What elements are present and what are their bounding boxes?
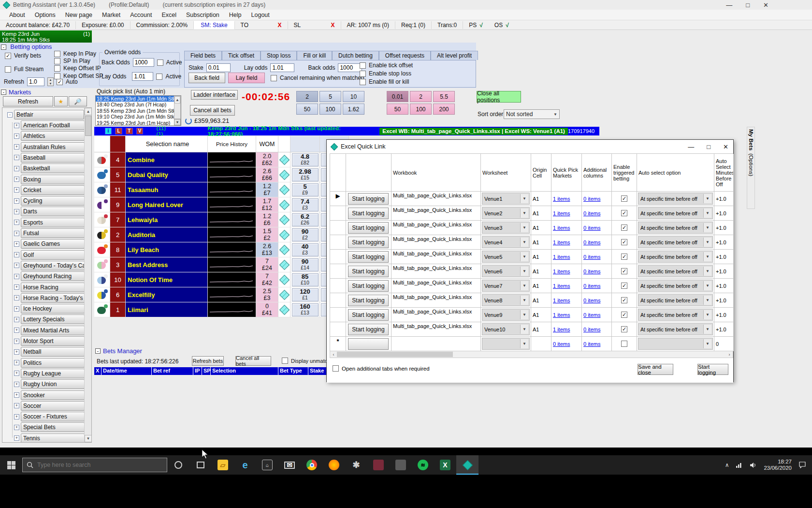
quick-pick-item[interactable]: 18:55 Kemp 23rd Jun (1m Mdn Stks): [96, 108, 181, 114]
enable-triggered-checkbox[interactable]: ✓: [621, 283, 627, 289]
enable-tick-offset-checkbox[interactable]: [360, 62, 366, 69]
tree-node-label[interactable]: Special Bets: [21, 422, 85, 432]
tree-node-label[interactable]: Mixed Martial Arts: [21, 326, 85, 335]
stake-mode[interactable]: SM: Stake: [194, 21, 234, 30]
tree-node-label[interactable]: Baseball: [21, 153, 85, 163]
start-logging-row-button[interactable]: Start logging: [348, 237, 389, 248]
chevron-down-icon[interactable]: ▼: [703, 310, 711, 319]
back-price-button[interactable]: 90£14: [292, 258, 319, 271]
edge-browser-icon[interactable]: e: [234, 455, 256, 475]
selected-market-box[interactable]: (1) Kemp 23rd Jun 18:25 1m Mdn Stks: [0, 30, 92, 43]
chevron-down-icon[interactable]: ▼: [520, 325, 528, 334]
tree-node-label[interactable]: Netball: [21, 347, 85, 357]
chevron-down-icon[interactable]: ▼: [703, 252, 711, 261]
chevron-down-icon[interactable]: ▼: [520, 310, 528, 319]
expand-icon[interactable]: +: [14, 166, 19, 171]
quick-pick-markets-link[interactable]: 1 items: [553, 210, 570, 216]
field-bets-tab[interactable]: Stop loss: [261, 51, 297, 60]
additional-columns-link[interactable]: 0 items: [583, 196, 600, 202]
chevron-down-icon[interactable]: ▼: [703, 325, 711, 334]
expand-icon[interactable]: +: [14, 403, 19, 408]
grid-horizontal-scrollbar[interactable]: ‹ ›: [330, 351, 733, 358]
start-logging-row-button[interactable]: [348, 338, 389, 350]
selection-name[interactable]: Excelfilly: [126, 287, 208, 302]
menu-item[interactable]: About: [5, 11, 29, 19]
quick-pick-markets-link[interactable]: 1 items: [553, 269, 570, 274]
lay-odds-active-checkbox[interactable]: [156, 74, 162, 80]
workbook-cell[interactable]: Multi_tab_page_Quick_Links.xlsx: [392, 264, 481, 279]
selection-name[interactable]: Liimari: [126, 302, 208, 317]
expand-icon[interactable]: +: [14, 241, 19, 247]
worksheet-dropdown[interactable]: ▼: [482, 338, 530, 350]
chevron-down-icon[interactable]: ▼: [703, 238, 711, 247]
expand-icon[interactable]: +: [14, 328, 19, 333]
expand-icon[interactable]: +: [14, 144, 19, 149]
scroll-left-arrow[interactable]: ‹: [330, 352, 337, 357]
expand-icon[interactable]: +: [14, 306, 19, 312]
speaker-icon[interactable]: [750, 462, 757, 468]
additional-columns-link[interactable]: 0 items: [583, 298, 600, 303]
lay-stake-button[interactable]: 50: [387, 104, 408, 115]
enable-triggered-checkbox[interactable]: ✓: [621, 195, 627, 202]
expand-icon[interactable]: +: [14, 317, 19, 322]
mail-icon[interactable]: ✉: [278, 455, 301, 475]
lay-stake-button[interactable]: 200: [433, 104, 455, 115]
worksheet-dropdown[interactable]: Venue1▼: [482, 193, 530, 205]
back-price-button[interactable]: 120£1: [292, 288, 319, 301]
origin-cell[interactable]: A1: [531, 308, 551, 322]
minimize-button[interactable]: —: [726, 1, 732, 9]
back-price-button[interactable]: 40£3: [292, 243, 319, 256]
full-stream-checkbox[interactable]: [5, 66, 11, 73]
cortana-icon[interactable]: [167, 455, 189, 475]
menu-item[interactable]: Market: [98, 11, 125, 19]
expand-icon[interactable]: +: [14, 274, 19, 279]
origin-cell[interactable]: A1: [531, 279, 551, 293]
expand-icon[interactable]: +: [14, 414, 19, 419]
minutes-before-off-cell[interactable]: +1.0: [714, 264, 734, 279]
menu-item[interactable]: Help: [225, 11, 246, 19]
chevron-down-icon[interactable]: ▼: [520, 339, 528, 348]
back-stake-button[interactable]: 2: [296, 91, 318, 102]
chevron-down-icon[interactable]: ▼: [703, 296, 711, 305]
file-explorer-icon[interactable]: ▱: [212, 455, 234, 475]
chevron-down-icon[interactable]: ▼: [703, 281, 711, 290]
back-price-button[interactable]: 5£9: [292, 183, 319, 196]
selection-name[interactable]: Dubai Quality: [126, 167, 208, 182]
tree-node-label[interactable]: Rugby Union: [21, 379, 85, 389]
spotify-icon[interactable]: ≋: [412, 455, 434, 475]
field-bets-tab[interactable]: Offset requests: [379, 51, 431, 60]
excel-icon[interactable]: X: [434, 455, 456, 475]
selection-name[interactable]: Best Address: [126, 257, 208, 272]
keep-offset-sp-checkbox[interactable]: [54, 73, 60, 79]
bm-cancel-all-bets-button[interactable]: Cancel all bets: [235, 356, 271, 366]
expand-icon[interactable]: +: [14, 263, 19, 268]
worksheet-dropdown[interactable]: Venue6▼: [482, 265, 530, 277]
quick-pick-markets-link[interactable]: 1 items: [553, 283, 570, 289]
chevron-down-icon[interactable]: ▼: [703, 339, 711, 348]
override-lay-odds-input[interactable]: [132, 72, 153, 81]
qp-scroll-up[interactable]: ▲: [174, 96, 180, 104]
chevron-down-icon[interactable]: ▼: [703, 209, 711, 218]
lay-stake-button[interactable]: 100: [410, 104, 432, 115]
minutes-before-off-cell[interactable]: +1.0: [714, 192, 734, 206]
additional-columns-link[interactable]: 0 items: [583, 210, 600, 216]
selection-name[interactable]: Lehwaiyla: [126, 212, 208, 227]
close-button[interactable]: ✕: [763, 1, 768, 9]
start-logging-row-button[interactable]: Start logging: [348, 266, 389, 277]
origin-cell[interactable]: [531, 337, 551, 351]
tree-node-label[interactable]: American Football: [21, 120, 85, 130]
enable-triggered-checkbox[interactable]: ✓: [621, 210, 627, 216]
firefox-icon[interactable]: [323, 455, 345, 475]
back-stake-button[interactable]: 100: [319, 104, 341, 115]
worksheet-dropdown[interactable]: Venue7▼: [482, 280, 530, 292]
auto-select-dropdown[interactable]: At specific time before off▼: [638, 309, 713, 321]
scroll-thumb[interactable]: [85, 116, 91, 136]
dialog-minimize-button[interactable]: —: [688, 143, 694, 150]
back-stake-button[interactable]: 10: [343, 91, 364, 102]
additional-columns-link[interactable]: 0 items: [583, 327, 600, 332]
tree-node-label[interactable]: Politics: [21, 358, 85, 368]
tree-node-label[interactable]: Motor Sport: [21, 336, 85, 346]
auto-select-dropdown[interactable]: At specific time before off▼: [638, 236, 713, 248]
origin-cell[interactable]: A1: [531, 264, 551, 279]
quick-pick-markets-link[interactable]: 1 items: [553, 312, 570, 318]
